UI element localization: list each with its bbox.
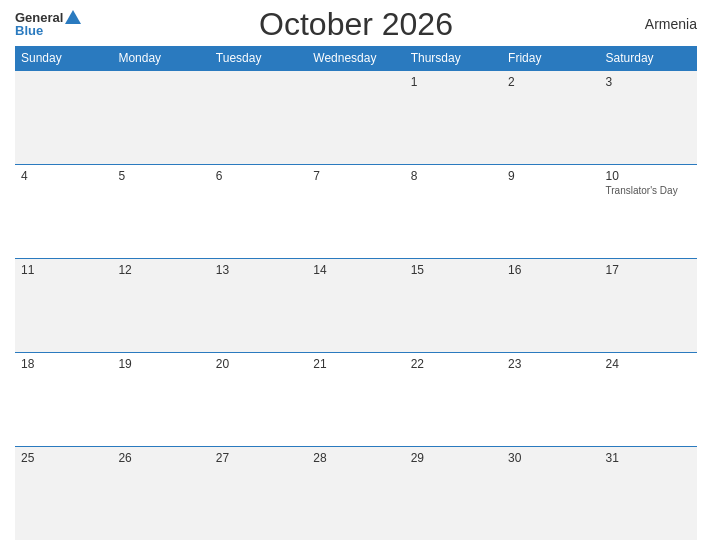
calendar-cell: 6 xyxy=(210,164,307,258)
weekday-header-friday: Friday xyxy=(502,46,599,71)
calendar-table: SundayMondayTuesdayWednesdayThursdayFrid… xyxy=(15,46,697,540)
weekday-header-wednesday: Wednesday xyxy=(307,46,404,71)
calendar-cell: 14 xyxy=(307,258,404,352)
day-number: 30 xyxy=(508,451,593,465)
calendar-cell: 11 xyxy=(15,258,112,352)
week-row-4: 18192021222324 xyxy=(15,352,697,446)
calendar-cell: 21 xyxy=(307,352,404,446)
country-label: Armenia xyxy=(645,16,697,32)
calendar-cell: 3 xyxy=(600,71,697,165)
calendar-cell: 16 xyxy=(502,258,599,352)
calendar-container: General Blue October 2026 Armenia Sunday… xyxy=(0,0,712,550)
day-number: 7 xyxy=(313,169,398,183)
week-row-2: 45678910Translator's Day xyxy=(15,164,697,258)
calendar-cell: 26 xyxy=(112,446,209,540)
day-number: 15 xyxy=(411,263,496,277)
calendar-cell: 28 xyxy=(307,446,404,540)
day-number: 14 xyxy=(313,263,398,277)
day-number: 18 xyxy=(21,357,106,371)
calendar-cell: 4 xyxy=(15,164,112,258)
week-row-5: 25262728293031 xyxy=(15,446,697,540)
calendar-cell: 18 xyxy=(15,352,112,446)
weekday-header-sunday: Sunday xyxy=(15,46,112,71)
day-number: 29 xyxy=(411,451,496,465)
logo: General Blue xyxy=(15,10,81,38)
day-number: 2 xyxy=(508,75,593,89)
day-number: 27 xyxy=(216,451,301,465)
calendar-cell: 10Translator's Day xyxy=(600,164,697,258)
calendar-cell: 19 xyxy=(112,352,209,446)
calendar-cell: 22 xyxy=(405,352,502,446)
week-row-3: 11121314151617 xyxy=(15,258,697,352)
calendar-cell: 5 xyxy=(112,164,209,258)
calendar-cell: 23 xyxy=(502,352,599,446)
weekday-header-thursday: Thursday xyxy=(405,46,502,71)
day-number: 3 xyxy=(606,75,691,89)
calendar-cell: 31 xyxy=(600,446,697,540)
week-row-1: 123 xyxy=(15,71,697,165)
weekday-header-row: SundayMondayTuesdayWednesdayThursdayFrid… xyxy=(15,46,697,71)
day-number: 21 xyxy=(313,357,398,371)
calendar-cell: 29 xyxy=(405,446,502,540)
calendar-cell: 27 xyxy=(210,446,307,540)
calendar-cell: 15 xyxy=(405,258,502,352)
calendar-cell: 2 xyxy=(502,71,599,165)
calendar-cell: 7 xyxy=(307,164,404,258)
logo-triangle-icon xyxy=(65,10,81,24)
calendar-cell xyxy=(307,71,404,165)
calendar-header: General Blue October 2026 Armenia xyxy=(15,10,697,38)
calendar-cell xyxy=(112,71,209,165)
calendar-cell: 8 xyxy=(405,164,502,258)
day-number: 10 xyxy=(606,169,691,183)
calendar-cell: 30 xyxy=(502,446,599,540)
logo-blue-text: Blue xyxy=(15,23,43,38)
calendar-cell xyxy=(210,71,307,165)
calendar-cell: 1 xyxy=(405,71,502,165)
day-number: 5 xyxy=(118,169,203,183)
day-number: 6 xyxy=(216,169,301,183)
event-label: Translator's Day xyxy=(606,185,691,196)
day-number: 22 xyxy=(411,357,496,371)
day-number: 11 xyxy=(21,263,106,277)
calendar-cell: 17 xyxy=(600,258,697,352)
weekday-header-tuesday: Tuesday xyxy=(210,46,307,71)
day-number: 1 xyxy=(411,75,496,89)
weekday-header-monday: Monday xyxy=(112,46,209,71)
day-number: 23 xyxy=(508,357,593,371)
calendar-cell: 9 xyxy=(502,164,599,258)
day-number: 8 xyxy=(411,169,496,183)
day-number: 26 xyxy=(118,451,203,465)
day-number: 17 xyxy=(606,263,691,277)
day-number: 4 xyxy=(21,169,106,183)
day-number: 25 xyxy=(21,451,106,465)
calendar-cell: 13 xyxy=(210,258,307,352)
day-number: 9 xyxy=(508,169,593,183)
calendar-cell: 12 xyxy=(112,258,209,352)
day-number: 20 xyxy=(216,357,301,371)
calendar-cell: 25 xyxy=(15,446,112,540)
day-number: 13 xyxy=(216,263,301,277)
day-number: 12 xyxy=(118,263,203,277)
calendar-cell: 24 xyxy=(600,352,697,446)
day-number: 28 xyxy=(313,451,398,465)
day-number: 16 xyxy=(508,263,593,277)
day-number: 19 xyxy=(118,357,203,371)
month-title: October 2026 xyxy=(259,6,453,43)
calendar-cell xyxy=(15,71,112,165)
day-number: 31 xyxy=(606,451,691,465)
calendar-cell: 20 xyxy=(210,352,307,446)
day-number: 24 xyxy=(606,357,691,371)
weekday-header-saturday: Saturday xyxy=(600,46,697,71)
